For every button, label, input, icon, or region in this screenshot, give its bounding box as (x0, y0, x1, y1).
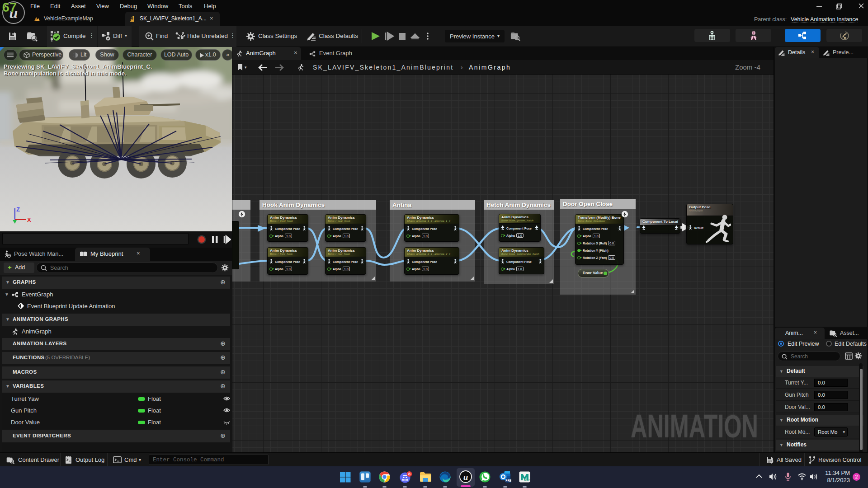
svg-text:X: X (27, 216, 31, 223)
svg-text:MAYS: MAYS (524, 479, 530, 482)
svg-text:u: u (463, 472, 468, 482)
svg-text:PRE: PRE (505, 479, 511, 482)
svg-text:8: 8 (408, 472, 410, 476)
svg-text:Z: Z (16, 206, 20, 213)
svg-text:67: 67 (2, 1, 17, 14)
